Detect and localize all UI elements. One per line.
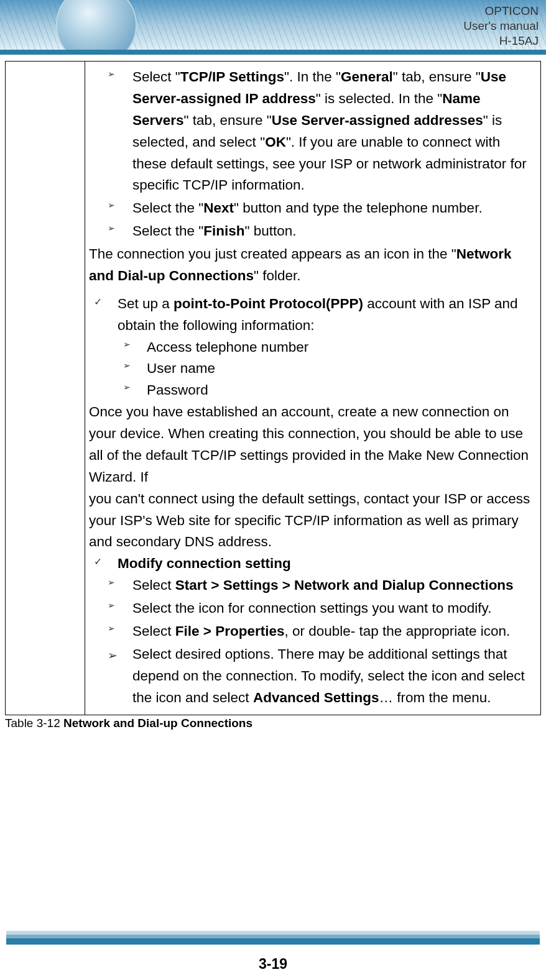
list-item: Set up a point-to-Point Protocol(PPP) ac… (94, 293, 537, 337)
bold-text: Advanced Settings (253, 690, 379, 705)
text: Select the " (132, 200, 203, 216)
bold-text: File > Properties (175, 623, 285, 639)
list-item: Select File > Properties, or double- tap… (108, 621, 537, 643)
list-item: Select desired options. There may be add… (108, 644, 537, 709)
content-wrapper: Select "TCP/IP Settings". In the "Genera… (0, 55, 546, 730)
footer-area: 3-19 (0, 931, 546, 980)
main-content-table: Select "TCP/IP Settings". In the "Genera… (5, 61, 541, 715)
manual-subtitle: User's manual (463, 19, 539, 34)
arrow-list-top: Select "TCP/IP Settings". In the "Genera… (89, 66, 537, 242)
list-item: Select "TCP/IP Settings". In the "Genera… (108, 66, 537, 196)
text: " button and type the telephone number. (234, 200, 483, 216)
paragraph: you can't connect using the default sett… (89, 488, 537, 510)
check-list-ppp: Set up a point-to-Point Protocol(PPP) ac… (89, 293, 537, 337)
table-row: Select "TCP/IP Settings". In the "Genera… (6, 62, 541, 715)
header-banner: OPTICON User's manual H-15AJ (0, 0, 546, 50)
bold-text: Modify connection setting (118, 556, 291, 571)
text: " folder. (254, 268, 301, 283)
header-decoration-circle (56, 0, 137, 50)
text: " tab, ensure " (184, 112, 272, 128)
text: " is selected. In the " (316, 91, 443, 106)
caption-bold: Network and Dial-up Connections (63, 717, 252, 730)
text: User name (147, 360, 215, 376)
left-cell-empty (6, 62, 85, 715)
text: Access telephone number (147, 339, 308, 355)
bold-text: Next (203, 200, 234, 216)
text: " tab, ensure " (393, 69, 481, 85)
paragraph: your ISP's Web site for specific TCP/IP … (89, 510, 537, 554)
list-item: Select Start > Settings > Network and Di… (108, 575, 537, 597)
text: Select " (132, 69, 180, 85)
footer-decoration-bars (6, 931, 540, 945)
text: your ISP's Web site for specific TCP/IP … (89, 513, 519, 550)
bold-text: Use Server-assigned addresses (272, 112, 483, 128)
check-list-modify: Modify connection setting (89, 553, 537, 575)
bold-text: OK (265, 134, 286, 150)
text: Once you have established an account, cr… (89, 404, 529, 485)
nested-arrow-list: Access telephone number User name Passwo… (89, 337, 537, 402)
text: Select the " (132, 223, 203, 239)
arrow-list-modify-last: Select desired options. There may be add… (89, 644, 537, 709)
text: Set up a (118, 296, 174, 311)
bold-text: Finish (203, 223, 244, 239)
list-item: Password (123, 380, 537, 401)
bold-text: point-to-Point Protocol(PPP) (174, 296, 363, 311)
bold-text: Start > Settings > Network and Dialup Co… (175, 577, 514, 593)
model-number: H-15AJ (463, 34, 539, 48)
text: Select (132, 577, 175, 593)
brand-name: OPTICON (463, 4, 539, 19)
text: " button. (245, 223, 297, 239)
paragraph: The connection you just created appears … (89, 244, 537, 287)
list-item: User name (123, 358, 537, 380)
list-item: Select the "Next" button and type the te… (108, 198, 537, 219)
text: … from the menu. (379, 690, 491, 705)
text: The connection you just created appears … (89, 246, 456, 262)
list-item: Access telephone number (123, 337, 537, 359)
bold-text: General (341, 69, 393, 85)
text: you can't connect using the default sett… (89, 491, 530, 506)
text: , or double- tap the appropriate icon. (285, 623, 511, 639)
text: Select (132, 623, 175, 639)
list-item: Select the icon for connection settings … (108, 598, 537, 620)
bold-text: TCP/IP Settings (180, 69, 284, 85)
arrow-list-modify: Select Start > Settings > Network and Di… (89, 575, 537, 643)
header-divider-bar (0, 50, 546, 55)
text: ". In the " (284, 69, 341, 85)
page-number: 3-19 (0, 945, 546, 980)
list-item: Select the "Finish" button. (108, 221, 537, 242)
caption-text: Table 3-12 (5, 717, 63, 730)
table-caption: Table 3-12 Network and Dial-up Connectio… (5, 715, 541, 730)
paragraph: Once you have established an account, cr… (89, 401, 537, 488)
header-text-block: OPTICON User's manual H-15AJ (463, 4, 539, 48)
list-item: Modify connection setting (94, 553, 537, 575)
text: Password (147, 382, 208, 398)
right-content-cell: Select "TCP/IP Settings". In the "Genera… (85, 62, 541, 715)
text: Select the icon for connection settings … (132, 600, 491, 616)
